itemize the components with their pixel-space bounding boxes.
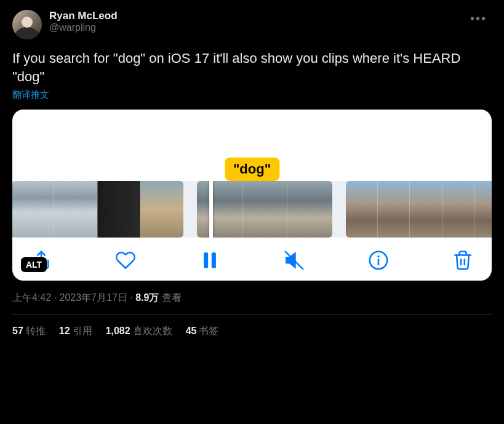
thumbnail xyxy=(197,181,242,238)
delete-button[interactable] xyxy=(452,250,473,271)
thumbnail xyxy=(54,181,97,238)
more-button[interactable]: ••• xyxy=(465,10,492,27)
clip-group-2[interactable] xyxy=(197,181,332,238)
thumbnail xyxy=(140,181,183,238)
tweet-stats: 57转推 12引用 1,082喜欢次数 45书签 xyxy=(12,315,492,338)
tweet-container: Ryan McLeod @warpling ••• If you search … xyxy=(0,0,504,338)
display-name: Ryan McLeod xyxy=(49,10,465,22)
search-term-pill: "dog" xyxy=(225,158,279,181)
more-icon: ••• xyxy=(470,12,487,25)
likes-stat[interactable]: 1,082喜欢次数 xyxy=(106,325,172,338)
info-icon xyxy=(368,250,389,271)
author-names[interactable]: Ryan McLeod @warpling xyxy=(49,10,465,33)
svg-point-6 xyxy=(377,255,379,257)
media-toolbar xyxy=(12,238,492,274)
alt-badge[interactable]: ALT xyxy=(21,257,47,272)
speaker-muted-icon xyxy=(284,250,305,271)
tweet-meta: 上午4:42 · 2023年7月17日 · 8.9万 查看 xyxy=(12,292,492,305)
translate-link[interactable]: 翻译推文 xyxy=(12,89,49,101)
views-count: 8.9万 xyxy=(135,292,159,303)
thumbnail xyxy=(474,181,492,238)
thumbnail xyxy=(242,181,287,238)
thumbnail xyxy=(97,181,140,238)
thumbnail xyxy=(346,181,377,238)
avatar[interactable] xyxy=(12,10,42,39)
retweets-stat[interactable]: 57转推 xyxy=(12,325,46,338)
pause-icon xyxy=(199,250,220,271)
thumbnail xyxy=(12,181,54,238)
thumbnail xyxy=(287,181,332,238)
tweet-date[interactable]: 2023年7月17日 xyxy=(59,292,127,303)
clip-group-3[interactable] xyxy=(346,181,492,238)
trash-icon xyxy=(452,250,473,271)
bookmarks-stat[interactable]: 45书签 xyxy=(186,325,219,338)
thumbnail xyxy=(442,181,474,238)
views-label: 查看 xyxy=(162,292,182,303)
quotes-stat[interactable]: 12引用 xyxy=(59,325,92,338)
tweet-header: Ryan McLeod @warpling ••• xyxy=(12,10,492,39)
handle: @warpling xyxy=(49,22,465,33)
tweet-time[interactable]: 上午4:42 xyxy=(12,292,51,303)
playhead[interactable] xyxy=(209,181,213,238)
thumbnail xyxy=(409,181,441,238)
svg-rect-2 xyxy=(212,253,216,269)
tweet-text: If you search for "dog" on iOS 17 it'll … xyxy=(12,49,492,86)
pause-button[interactable] xyxy=(199,250,220,271)
video-timeline[interactable] xyxy=(12,181,492,238)
like-button[interactable] xyxy=(115,250,136,271)
thumbnail xyxy=(377,181,409,238)
clip-group-1[interactable] xyxy=(12,181,183,238)
svg-rect-1 xyxy=(204,253,208,269)
mute-button[interactable] xyxy=(284,250,305,271)
info-button[interactable] xyxy=(368,250,389,271)
media-card[interactable]: "dog" xyxy=(12,110,492,281)
heart-icon xyxy=(115,250,136,271)
